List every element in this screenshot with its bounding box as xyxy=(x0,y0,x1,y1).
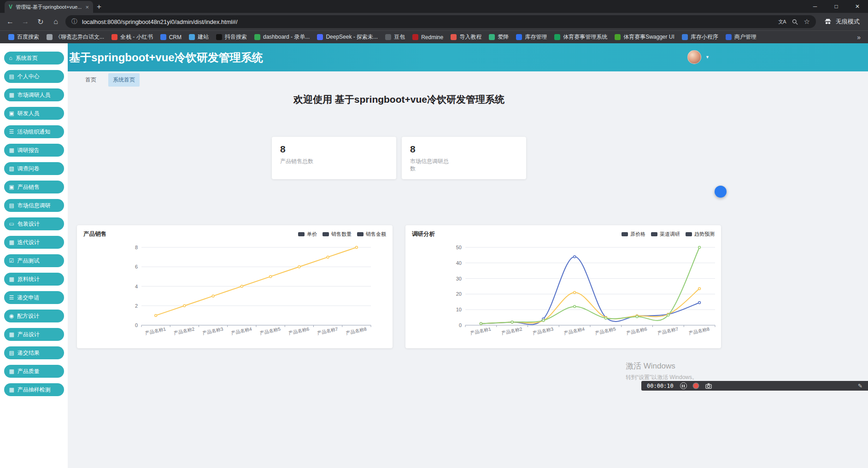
sidebar-item-label: 包装设计 xyxy=(18,220,40,228)
bookmark-item[interactable]: 导入教程 xyxy=(447,32,485,42)
bookmark-item[interactable]: 建站 xyxy=(185,32,212,42)
legend-label: 趋势预测 xyxy=(694,231,715,238)
bookmark-item[interactable]: 抖音搜索 xyxy=(212,32,251,42)
sidebar-item-label: 研发人员 xyxy=(18,110,40,117)
address-bar[interactable]: ⓘ localhost:8080/springboot48n21yi0/admi… xyxy=(65,15,816,28)
chart-header: 产品销售 单价销售数量销售金额 xyxy=(77,225,393,238)
svg-text:产品名称2: 产品名称2 xyxy=(501,326,522,335)
svg-text:产品名称3: 产品名称3 xyxy=(202,326,223,335)
bookmarks-overflow-icon[interactable]: » xyxy=(854,34,863,41)
window-close-button[interactable]: ✕ xyxy=(847,0,868,13)
sidebar-item[interactable]: ▤个人中心 xyxy=(4,70,64,83)
bookmark-item[interactable]: 全栈 - 小红书 xyxy=(108,32,157,42)
stop-record-icon[interactable] xyxy=(693,383,698,388)
bookmark-favicon-icon xyxy=(317,34,323,40)
page-tab[interactable]: 系统首页 xyxy=(108,73,140,87)
window-maximize-button[interactable]: □ xyxy=(826,0,847,13)
sidebar-item[interactable]: ▣产品销售 xyxy=(4,181,64,193)
window-minimize-button[interactable]: ─ xyxy=(804,0,826,13)
legend-item[interactable]: 单价 xyxy=(298,231,317,238)
bookmark-item[interactable]: 爱降 xyxy=(485,32,512,42)
sidebar-item[interactable]: ▭包装设计 xyxy=(4,217,64,230)
home-icon[interactable]: ⌂ xyxy=(50,18,61,26)
bookmark-item[interactable]: 百度搜索 xyxy=(5,32,43,42)
sidebar-item-label: 产品质量 xyxy=(18,368,40,375)
bookmark-item[interactable]: 体育赛事Swagger UI xyxy=(611,32,678,42)
sidebar-item[interactable]: ▦市场调研人员 xyxy=(4,88,64,101)
bookmark-item[interactable]: 商户管理 xyxy=(722,32,760,42)
check-icon: ☑ xyxy=(9,257,14,264)
forward-icon[interactable]: → xyxy=(20,18,31,26)
legend-item[interactable]: 销售数量 xyxy=(323,231,352,238)
legend-item[interactable]: 渠道调研 xyxy=(651,231,680,238)
svg-text:0: 0 xyxy=(135,322,138,328)
card-icon: ▤ xyxy=(9,73,14,80)
sidebar-item[interactable]: ▦产品设计 xyxy=(4,328,64,341)
svg-text:4: 4 xyxy=(135,284,138,289)
home-icon: ⌂ xyxy=(9,55,12,61)
sidebar-item[interactable]: ▣研发人员 xyxy=(4,107,64,120)
legend-swatch-icon xyxy=(686,232,692,236)
sidebar-item[interactable]: ▤递交结果 xyxy=(4,346,64,359)
browser-tab[interactable]: V 管理端-基于springboot+vue... × xyxy=(5,1,93,13)
sidebar-item[interactable]: ▦产品抽样检测 xyxy=(4,383,64,396)
bookmark-item[interactable]: DeepSeek - 探索未... xyxy=(313,32,381,42)
bookmark-label: 体育赛事Swagger UI xyxy=(623,33,674,41)
main-content: 欢迎使用 基于springboot+vue冷饮研发管理系统 8 产品销售总数 8… xyxy=(68,88,868,468)
sidebar-item-label: 个人中心 xyxy=(18,73,40,81)
bookmark-item[interactable]: 《聊斋志异白话文... xyxy=(43,32,108,42)
floating-action-button[interactable] xyxy=(715,186,727,198)
reload-icon[interactable]: ↻ xyxy=(35,18,46,26)
browser-tab-strip: V 管理端-基于springboot+vue... × + ─ □ ✕ xyxy=(0,0,868,13)
translate-icon[interactable]: 文A xyxy=(778,18,786,25)
legend-item[interactable]: 原价格 xyxy=(622,231,645,238)
legend-item[interactable]: 销售金额 xyxy=(357,231,386,238)
new-tab-button[interactable]: + xyxy=(93,1,105,13)
bookmark-item[interactable]: 库存管理 xyxy=(512,32,551,42)
bookmark-item[interactable]: 库存小程序 xyxy=(678,32,722,42)
bookmark-star-icon[interactable]: ☆ xyxy=(804,18,810,26)
svg-text:产品名称1: 产品名称1 xyxy=(470,326,492,335)
bookmark-item[interactable]: CRM xyxy=(157,33,185,42)
tab-close-icon[interactable]: × xyxy=(85,4,89,10)
sidebar-item[interactable]: ▦原料统计 xyxy=(4,273,64,286)
bookmark-favicon-icon xyxy=(489,34,495,40)
user-avatar[interactable] xyxy=(687,50,701,64)
incognito-icon xyxy=(824,18,832,26)
sidebar-item[interactable]: ▧调查问卷 xyxy=(4,162,64,175)
chart-header: 调研分析 原价格渠道调研趋势预测 xyxy=(405,225,721,238)
bookmark-favicon-icon xyxy=(8,34,14,40)
svg-text:40: 40 xyxy=(456,260,462,266)
sidebar-item[interactable]: ▦迭代设计 xyxy=(4,236,64,249)
grid-icon: ▦ xyxy=(9,276,14,282)
bookmark-item[interactable]: dashboard - 录单... xyxy=(251,32,313,42)
camera-icon[interactable] xyxy=(705,382,712,390)
bookmark-item[interactable]: 豆包 xyxy=(381,32,409,42)
bookmark-item[interactable]: Redmine xyxy=(409,33,447,42)
bookmark-item[interactable]: 体育赛事管理系统 xyxy=(551,32,611,42)
bookmark-label: 商户管理 xyxy=(734,33,757,41)
url-text[interactable]: localhost:8080/springboot48n21yi0/admin/… xyxy=(82,18,774,25)
avatar-dropdown-caret-icon[interactable]: ▼ xyxy=(705,55,710,59)
bookmark-favicon-icon xyxy=(216,34,222,40)
bookmark-favicon-icon xyxy=(682,34,688,40)
sidebar-item[interactable]: ▦产品质量 xyxy=(4,365,64,378)
sidebar-item[interactable]: ⌂系统首页 xyxy=(4,52,64,64)
search-icon[interactable] xyxy=(792,18,798,25)
grid-icon: ▦ xyxy=(9,331,14,338)
legend-item[interactable]: 趋势预测 xyxy=(686,231,715,238)
pause-icon[interactable] xyxy=(680,382,687,389)
page-tab[interactable]: 首页 xyxy=(81,73,101,87)
line-chart: 01020304050产品名称1产品名称2产品名称3产品名称4产品名称5产品名称… xyxy=(405,225,721,348)
sidebar-item[interactable]: ▤市场信息调研 xyxy=(4,199,64,212)
sidebar-item[interactable]: ☑产品测试 xyxy=(4,254,64,267)
sidebar-item[interactable]: ☰递交申请 xyxy=(4,291,64,304)
doc-icon: ▤ xyxy=(9,202,14,209)
site-info-icon[interactable]: ⓘ xyxy=(71,18,77,26)
bookmark-label: 全栈 - 小红书 xyxy=(120,33,153,41)
sidebar-item[interactable]: ◉配方设计 xyxy=(4,310,64,322)
sidebar-item[interactable]: ▦调研报告 xyxy=(4,144,64,157)
back-icon[interactable]: ← xyxy=(5,18,16,26)
sidebar-item[interactable]: ☰活动组织通知 xyxy=(4,125,64,138)
pencil-icon[interactable]: ✎ xyxy=(858,383,862,389)
